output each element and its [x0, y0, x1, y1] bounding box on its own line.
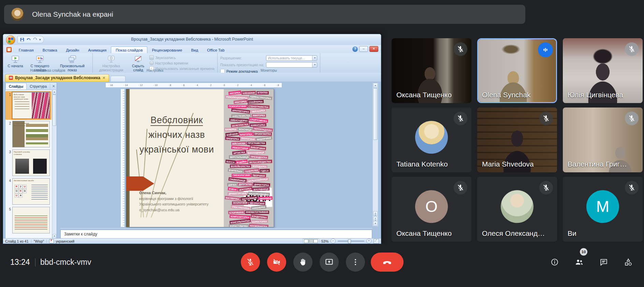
- avatar: [501, 190, 533, 223]
- participant-name: Maria Shvedova: [482, 160, 534, 168]
- avatar: O: [415, 190, 448, 223]
- rehearse-timings-option[interactable]: Настройка времени: [149, 61, 215, 65]
- word-cloud-tag: ПРОЄКТАНТКА: [253, 132, 272, 136]
- activities-icon: [624, 258, 633, 267]
- show-on-dropdown[interactable]: [266, 62, 317, 68]
- spellcheck-icon[interactable]: [49, 239, 54, 243]
- view-switcher: [303, 239, 319, 244]
- participant-tile[interactable]: Олеся Олександ…: [477, 177, 557, 242]
- ribbon: Начать показ слайдов С началаС текущего …: [3, 53, 381, 73]
- scrollbar-thumb[interactable]: [373, 88, 378, 140]
- minimize-button[interactable]: –: [359, 46, 368, 52]
- slide-thumbnail-2[interactable]: 2Історія створення Вебсловника: [5, 120, 52, 148]
- slideshow-button-1[interactable]: С начала: [6, 54, 25, 68]
- ribbon-tab-Анимация[interactable]: Анимация: [84, 47, 111, 53]
- grid-letter: R: [15, 185, 18, 189]
- vertical-ruler: [120, 89, 125, 227]
- participant-tile[interactable]: Юлія Цигвінцева: [563, 38, 643, 103]
- word-cloud-tag: ВИБОРЧИНЯ: [249, 145, 266, 150]
- word-cloud-tag: РЕКТОРКА: [233, 99, 248, 104]
- setup-show-icon: [107, 55, 116, 63]
- word-cloud-tag: КІНЕМАТОГРАФИНЯ: [245, 211, 269, 214]
- slide-sorter-view-icon[interactable]: [309, 239, 313, 243]
- slide-thumbnail-3[interactable]: 3Науковий супровід словника: [5, 148, 52, 177]
- end-call-button[interactable]: [371, 253, 404, 272]
- google-meet-screen: Olena Synchak на екрані ▾ Вроцлав_Засади…: [0, 0, 644, 287]
- ribbon-tab-Показ слайдов[interactable]: Показ слайдов: [111, 46, 147, 53]
- grid-letter: O: [15, 189, 18, 193]
- scroll-up-icon[interactable]: ▲: [373, 83, 378, 88]
- participants-button[interactable]: [575, 258, 584, 267]
- ribbon-tab-Главная[interactable]: Главная: [14, 47, 38, 53]
- ribbon-tab-Дизайн[interactable]: Дизайн: [62, 47, 84, 53]
- word-cloud-tag: СНАЙПЕРКА: [248, 100, 264, 104]
- theme-label: "Wisp": [34, 239, 44, 243]
- clock: 13:24: [10, 258, 30, 267]
- normal-view-icon[interactable]: [304, 239, 308, 243]
- document-tab-close-icon[interactable]: ✕: [102, 76, 105, 80]
- participant-tile[interactable]: OОксана Тищенко: [392, 177, 471, 242]
- slide-canvas[interactable]: Вебсловник жіночих назв української мови…: [126, 89, 274, 227]
- microphone-button[interactable]: [241, 253, 260, 272]
- mic-muted-icon: [539, 112, 553, 125]
- word-cloud-tag: АНЕСТЕЗИСТКА: [231, 114, 251, 118]
- resolution-dropdown[interactable]: Использовать текуще...: [266, 55, 317, 61]
- zoom-in-button[interactable]: +: [366, 239, 371, 244]
- camera-button[interactable]: [267, 253, 286, 272]
- new-tab-stub[interactable]: [111, 76, 126, 82]
- word-cloud-tag: ВІЙСЬКОВА: [231, 141, 247, 145]
- participant-tile[interactable]: Olena Synchak: [477, 38, 557, 103]
- presenting-banner: Olena Synchak на екрані: [4, 5, 525, 24]
- participant-tile[interactable]: Maria Shvedova: [477, 107, 557, 172]
- slideshow-view-icon[interactable]: [313, 239, 318, 243]
- participant-tile[interactable]: Tatiana Kotenko: [392, 107, 471, 172]
- grid-letter: G: [23, 189, 27, 193]
- participant-tile[interactable]: Валентина Григ…: [563, 107, 643, 172]
- ribbon-tab-Вид[interactable]: Вид: [187, 47, 203, 53]
- zoom-slider[interactable]: [338, 241, 364, 242]
- word-cloud-tag: ПСИХОЛОГИНЯ: [228, 105, 247, 108]
- word-cloud-tag: ДРАМАТУРГИНЯ: [228, 192, 248, 196]
- chat-button[interactable]: [599, 258, 608, 267]
- ribbon-tab-Рецензирование[interactable]: Рецензирование: [147, 47, 187, 53]
- previous-slide-button[interactable]: ▲▲: [373, 211, 378, 216]
- close-button[interactable]: ✕: [369, 46, 378, 52]
- ribbon-tab-Вставка[interactable]: Вставка: [38, 47, 62, 53]
- tab-outline[interactable]: Структура: [27, 83, 50, 89]
- slide-thumbnail-1[interactable]: 1Вебсловник жіночих назв української мов…: [5, 91, 52, 120]
- scroll-down-icon[interactable]: ▼: [373, 221, 378, 226]
- ribbon-tab-Office Tab[interactable]: Office Tab: [203, 47, 229, 53]
- ppt-status-bar: Слайд 1 из 41 "Wisp" украинский 53% − +: [3, 238, 381, 244]
- slide-thumbnail-5[interactable]: 5: [5, 206, 52, 234]
- record-narration-option[interactable]: Звукозапись: [149, 55, 215, 60]
- narration-icon: [149, 55, 154, 60]
- participant-tile[interactable]: MВи: [563, 177, 643, 242]
- slide-scrollbar[interactable]: ▲ ▲▲ ▼▼ ▼: [372, 83, 378, 227]
- slide-thumbnail-4[interactable]: 4Автоматизовані засобиR2UORGUA: [5, 177, 52, 206]
- language-label[interactable]: украинский: [56, 239, 74, 243]
- raise-hand-button[interactable]: [293, 253, 312, 272]
- scrollbar-thumb[interactable]: [53, 95, 56, 126]
- activities-button[interactable]: [624, 258, 633, 267]
- word-cloud-tag: ПРОГРАМІСТКА: [247, 142, 266, 145]
- document-tab[interactable]: Вроцлав_Засади укладання Вебсловника ✕: [5, 74, 109, 82]
- word-cloud-tag: ВОЛЕЙБОЛІСТКА: [230, 164, 251, 168]
- present-screen-button[interactable]: [320, 253, 339, 272]
- help-icon[interactable]: ?: [352, 46, 358, 52]
- scroll-up-icon[interactable]: ▲: [53, 90, 56, 95]
- word-cloud-tag: КОРИСТУВАЧКА: [229, 224, 249, 227]
- zoom-slider-thumb[interactable]: [348, 239, 351, 244]
- participant-tile[interactable]: Оксана Тищенко: [392, 38, 471, 103]
- more-options-button[interactable]: [346, 253, 365, 272]
- mic-muted-icon: [454, 181, 467, 195]
- meeting-details-button[interactable]: [550, 258, 559, 267]
- notes-splitter[interactable]: [60, 228, 372, 229]
- fit-to-window-button[interactable]: [374, 239, 379, 244]
- slides-pane-scrollbar[interactable]: ▲ ▼: [52, 90, 57, 239]
- pane-close-icon[interactable]: ✕: [50, 84, 57, 88]
- notes-pane[interactable]: Заметки к слайду: [60, 230, 372, 239]
- tab-slides[interactable]: Слайды: [5, 83, 27, 89]
- next-slide-button[interactable]: ▼▼: [373, 217, 378, 221]
- zoom-out-button[interactable]: −: [331, 239, 336, 244]
- word-cloud-tag: ЗВАРНИЦЯ: [258, 197, 273, 201]
